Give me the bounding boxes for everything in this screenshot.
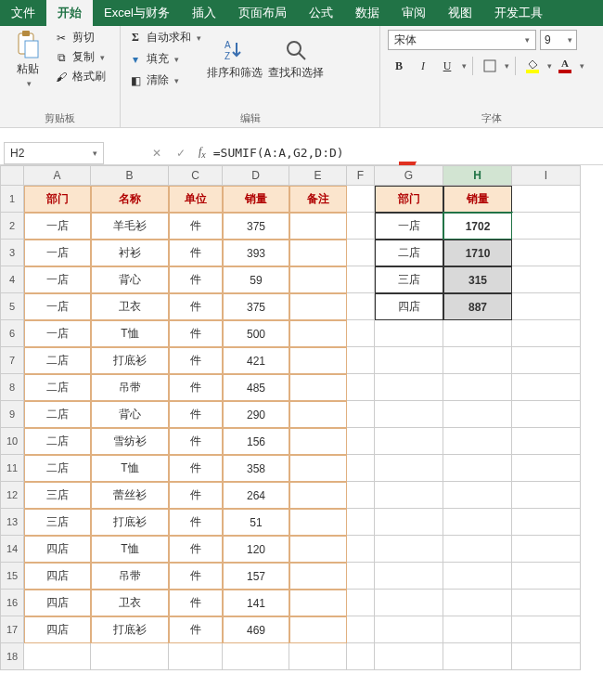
font-color-button[interactable]: A [554, 56, 576, 76]
cell-C13[interactable]: 件 [169, 509, 223, 536]
autosum-button[interactable]: Σ 自动求和▾ [128, 30, 201, 45]
cell-A3[interactable]: 一店 [24, 240, 91, 266]
fx-icon[interactable]: fx [193, 145, 212, 160]
cell-A12[interactable]: 三店 [24, 482, 91, 509]
cell-C18[interactable] [169, 643, 223, 670]
cell-A9[interactable]: 二店 [24, 401, 91, 428]
cell-H16[interactable] [443, 590, 512, 616]
cell-F16[interactable] [347, 590, 375, 616]
cell-A8[interactable]: 二店 [24, 374, 91, 401]
cell-G7[interactable] [375, 347, 443, 374]
cell-D14[interactable]: 120 [223, 536, 289, 563]
tab-开发工具[interactable]: 开发工具 [483, 0, 554, 26]
cell-A17[interactable]: 四店 [24, 616, 91, 643]
row-header-15[interactable]: 15 [0, 563, 24, 590]
cell-D8[interactable]: 485 [223, 374, 289, 401]
row-header-6[interactable]: 6 [0, 320, 24, 347]
cell-H6[interactable] [443, 320, 512, 347]
cell-G10[interactable] [375, 428, 443, 455]
cell-E6[interactable] [289, 320, 347, 347]
col-header-D[interactable]: D [223, 165, 289, 186]
cell-A18[interactable] [24, 643, 91, 670]
tab-视图[interactable]: 视图 [437, 0, 483, 26]
cell-C3[interactable]: 件 [169, 240, 223, 266]
find-select-button[interactable]: 查找和选择 [268, 30, 324, 88]
cell-E18[interactable] [289, 643, 347, 670]
cell-G15[interactable] [375, 563, 443, 590]
cell-B6[interactable]: T恤 [91, 320, 169, 347]
cell-F9[interactable] [347, 401, 375, 428]
cell-I11[interactable] [512, 455, 581, 482]
tab-审阅[interactable]: 审阅 [391, 0, 437, 26]
cell-I14[interactable] [512, 536, 581, 563]
paste-button[interactable]: 粘贴 ▾ [7, 30, 48, 88]
cell-E8[interactable] [289, 374, 347, 401]
cell-F7[interactable] [347, 347, 375, 374]
tab-Excel与财务[interactable]: Excel与财务 [93, 0, 181, 26]
cell-D6[interactable]: 500 [223, 320, 289, 347]
cell-H9[interactable] [443, 401, 512, 428]
cell-B3[interactable]: 衬衫 [91, 240, 169, 266]
row-header-3[interactable]: 3 [0, 240, 24, 266]
cell-H3[interactable]: 1710 [443, 240, 512, 266]
cell-F8[interactable] [347, 374, 375, 401]
row-header-17[interactable]: 17 [0, 616, 24, 643]
cell-F13[interactable] [347, 509, 375, 536]
row-header-18[interactable]: 18 [0, 643, 24, 670]
cell-F14[interactable] [347, 536, 375, 563]
bold-button[interactable]: B [388, 56, 410, 76]
cell-I5[interactable] [512, 293, 581, 320]
row-header-16[interactable]: 16 [0, 590, 24, 616]
cell-C4[interactable]: 件 [169, 266, 223, 293]
formula-input[interactable] [212, 142, 603, 164]
tab-插入[interactable]: 插入 [181, 0, 227, 26]
row-header-13[interactable]: 13 [0, 509, 24, 536]
col-header-F[interactable]: F [347, 165, 375, 186]
cell-H12[interactable] [443, 482, 512, 509]
cell-G13[interactable] [375, 509, 443, 536]
col-header-A[interactable]: A [24, 165, 91, 186]
tab-公式[interactable]: 公式 [298, 0, 344, 26]
cell-E4[interactable] [289, 266, 347, 293]
cell-A5[interactable]: 一店 [24, 293, 91, 320]
cell-G12[interactable] [375, 482, 443, 509]
cell-D18[interactable] [223, 643, 289, 670]
name-box[interactable]: H2 ▾ [4, 142, 104, 164]
row-header-14[interactable]: 14 [0, 536, 24, 563]
col-header-G[interactable]: G [375, 165, 443, 186]
cell-B4[interactable]: 背心 [91, 266, 169, 293]
row-header-5[interactable]: 5 [0, 293, 24, 320]
cell-E7[interactable] [289, 347, 347, 374]
cell-I9[interactable] [512, 401, 581, 428]
cell-I6[interactable] [512, 320, 581, 347]
cell-D7[interactable]: 421 [223, 347, 289, 374]
cell-D13[interactable]: 51 [223, 509, 289, 536]
cell-B11[interactable]: T恤 [91, 455, 169, 482]
font-size-select[interactable]: 9 ▾ [540, 30, 577, 50]
cell-F12[interactable] [347, 482, 375, 509]
cell-A1[interactable]: 部门 [24, 186, 91, 213]
clear-button[interactable]: ◧ 清除▾ [128, 72, 201, 88]
worksheet[interactable]: ABCDEFGHI 1部门名称单位销量备注部门销量2一店羊毛衫件375一店170… [0, 165, 603, 670]
cell-C9[interactable]: 件 [169, 401, 223, 428]
cell-G6[interactable] [375, 320, 443, 347]
cell-B5[interactable]: 卫衣 [91, 293, 169, 320]
cell-E14[interactable] [289, 536, 347, 563]
cell-D2[interactable]: 375 [223, 213, 289, 240]
cell-A2[interactable]: 一店 [24, 213, 91, 240]
tab-文件[interactable]: 文件 [0, 0, 46, 26]
cell-G17[interactable] [375, 616, 443, 643]
tab-开始[interactable]: 开始 [46, 0, 93, 26]
cell-H18[interactable] [443, 643, 512, 670]
cell-G5[interactable]: 四店 [375, 293, 443, 320]
underline-button[interactable]: U [436, 56, 458, 76]
row-header-8[interactable]: 8 [0, 374, 24, 401]
cell-I12[interactable] [512, 482, 581, 509]
cell-F1[interactable] [347, 186, 375, 213]
cell-B8[interactable]: 吊带 [91, 374, 169, 401]
row-header-12[interactable]: 12 [0, 482, 24, 509]
row-header-4[interactable]: 4 [0, 266, 24, 293]
cell-G18[interactable] [375, 643, 443, 670]
cell-E15[interactable] [289, 563, 347, 590]
cell-I4[interactable] [512, 266, 581, 293]
